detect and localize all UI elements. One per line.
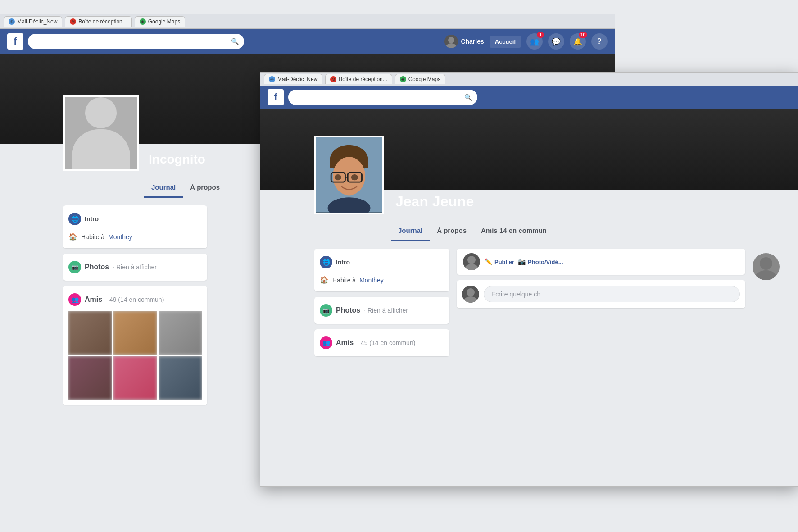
jean-write-box: Écrire quelque ch... (457, 280, 745, 308)
svg-point-15 (464, 296, 477, 303)
photos-title-back: 📷 Photos · Rien à afficher (68, 259, 202, 275)
facebook-logo-back[interactable]: f (7, 33, 23, 50)
notifications-btn-back[interactable]: 🔔 10 (570, 33, 586, 50)
svg-point-1 (446, 43, 457, 48)
browser-tab-maps-back[interactable]: ◈ Google Maps (135, 16, 185, 27)
user-name-back: Charles (461, 38, 484, 45)
jean-intro-title: 🌐 Intro (320, 254, 444, 270)
mail-declic-icon-back: ◎ (9, 18, 15, 25)
browser-tab-mail-front[interactable]: ◎ Mail-Déclic_New (264, 74, 322, 84)
facebook-navbar-front: f 🔍 (260, 86, 798, 109)
tab-label-mail-front: Mail-Déclic_New (277, 76, 317, 82)
user-nav-back[interactable]: Charles (444, 35, 484, 48)
location-link-back[interactable]: Monthey (108, 233, 132, 241)
silhouette-back (65, 97, 137, 169)
silhouette-body-back (72, 129, 130, 169)
jean-intro-card: 🌐 Intro 🏠 Habite à Monthey (314, 249, 449, 291)
photos-card-back: 📷 Photos · Rien à afficher (63, 254, 207, 281)
facebook-search-box-back[interactable]: 🔍 (28, 34, 244, 49)
tab-apropos-jean[interactable]: À propos (430, 221, 474, 241)
facebook-search-box-front[interactable]: 🔍 (288, 90, 477, 105)
intro-card-back: 🌐 Intro 🏠 Habite à Monthey (63, 205, 207, 248)
profile-name-back: Incognito (149, 152, 205, 167)
browser-tabs-bar-front: ◎ Mail-Déclic_New M Boîte de réception..… (260, 73, 798, 86)
cover-photo-jean: Jean Jeune (260, 109, 798, 190)
tab-amis-jean[interactable]: Amis 14 en commun (474, 221, 554, 241)
gmail-icon-front: M (330, 76, 336, 82)
svg-point-10 (351, 174, 358, 180)
jean-profile-name: Jean Jeune (395, 193, 474, 210)
friends-card-back: 👥 Amis · 49 (14 en commun) (63, 286, 207, 405)
tab-journal-back[interactable]: Journal (144, 178, 183, 198)
messenger-btn-back[interactable]: 💬 (548, 33, 564, 50)
facebook-navbar-back: f 🔍 Charles Accueil 👥 1 💬 (0, 29, 615, 54)
intro-title-back: 🌐 Intro (68, 211, 202, 227)
write-post-input[interactable]: Écrire quelque ch... (484, 286, 740, 302)
camera-icon: 📷 (518, 258, 526, 265)
jean-right-partial (753, 249, 789, 362)
profile-picture-jean (314, 136, 384, 214)
friend-thumb-2[interactable] (113, 311, 157, 355)
jean-pub-bar: ✏️ Publier 📷 Photo/Vidé... (457, 249, 745, 275)
jean-face (316, 137, 382, 213)
navbar-right-back: Charles Accueil 👥 1 💬 🔔 10 ? (444, 33, 608, 50)
right-avatar (753, 253, 780, 280)
maps-icon-back: ◈ (140, 18, 146, 25)
friend-thumb-3[interactable] (159, 311, 202, 355)
svg-point-16 (760, 257, 772, 270)
notifications-badge-back: 10 (579, 32, 587, 38)
jean-friends-title: 👥 Amis · 49 (14 en commun) (320, 335, 444, 351)
jean-profile-content: 🌐 Intro 🏠 Habite à Monthey 📷 Photos · Ri… (260, 249, 798, 362)
friend-thumb-4[interactable] (68, 356, 112, 400)
jean-location-link[interactable]: Monthey (359, 277, 384, 284)
facebook-logo-front[interactable]: f (268, 89, 284, 105)
browser-tabs-bar-back: ◎ Mail-Déclic_New M Boîte de réception..… (0, 14, 615, 29)
search-icon-front: 🔍 (464, 94, 472, 101)
browser-tab-inbox-back[interactable]: M Boîte de réception... (65, 16, 131, 27)
jean-photos-card: 📷 Photos · Rien à afficher (314, 297, 449, 324)
tab-apropos-back[interactable]: À propos (183, 178, 227, 198)
gmail-icon-back: M (70, 18, 76, 25)
friend-thumb-6[interactable] (159, 356, 202, 400)
friend-thumb-1[interactable] (68, 311, 112, 355)
home-btn-back[interactable]: Accueil (490, 36, 521, 48)
sidebar-back: 🌐 Intro 🏠 Habite à Monthey 📷 Photos · Ri… (63, 205, 207, 410)
browser-tab-mail-back[interactable]: ◎ Mail-Déclic_New (4, 16, 62, 27)
jean-write-avatar (462, 286, 479, 303)
browser-tab-inbox-front[interactable]: M Boîte de réception... (325, 74, 392, 84)
friends-badge-back: 1 (537, 32, 544, 38)
browser-window-front: ◎ Mail-Déclic_New M Boîte de réception..… (260, 72, 798, 487)
svg-point-12 (467, 256, 476, 264)
photos-icon-back: 📷 (68, 261, 81, 273)
search-input-back[interactable] (33, 38, 227, 45)
svg-point-14 (467, 288, 475, 296)
intro-icon-back: 🌐 (68, 213, 81, 225)
jean-sidebar: 🌐 Intro 🏠 Habite à Monthey 📷 Photos · Ri… (314, 249, 449, 362)
publish-btn[interactable]: ✏️ Publier (485, 258, 514, 265)
search-input-front[interactable] (294, 94, 461, 101)
jean-profile-tabs: Journal À propos Amis 14 en commun (314, 221, 798, 241)
friends-grid-back (68, 311, 202, 400)
pencil-icon: ✏️ (485, 258, 492, 265)
friends-btn-back[interactable]: 👥 1 (526, 33, 543, 50)
tab-label-inbox-front: Boîte de réception... (339, 76, 387, 82)
jean-friends-card: 👥 Amis · 49 (14 en commun) (314, 329, 449, 356)
avatar-back (444, 35, 458, 48)
tab-label-maps-front: Google Maps (408, 76, 440, 82)
tab-label-mail-back: Mail-Déclic_New (17, 18, 57, 25)
search-icon-back: 🔍 (231, 38, 239, 45)
silhouette-head-back (85, 97, 117, 128)
jean-photos-icon: 📷 (320, 304, 332, 317)
friend-thumb-5[interactable] (113, 356, 157, 400)
friends-title-back: 👥 Amis · 49 (14 en commun) (68, 291, 202, 308)
jean-intro-icon: 🌐 (320, 256, 332, 268)
photo-btn[interactable]: 📷 Photo/Vidé... (518, 258, 563, 265)
profile-picture-back (63, 95, 139, 171)
svg-point-13 (465, 264, 478, 270)
browser-tab-maps-front[interactable]: ◈ Google Maps (395, 74, 445, 84)
svg-point-0 (448, 37, 454, 43)
jean-main-content: ✏️ Publier 📷 Photo/Vidé... Écrire quelqu… (457, 249, 745, 362)
svg-point-17 (755, 270, 777, 280)
tab-journal-jean[interactable]: Journal (391, 221, 430, 241)
help-btn-back[interactable]: ? (591, 33, 608, 50)
